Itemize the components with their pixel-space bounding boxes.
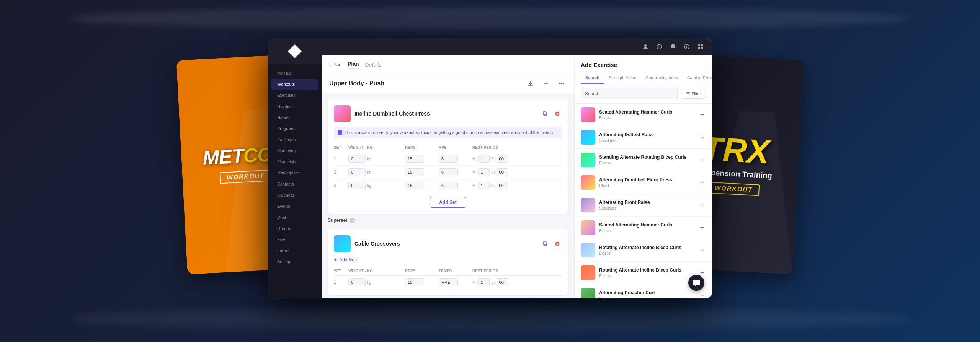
tab-complexity[interactable]: Complexity Index [641,72,682,84]
sidebar-item-exercises[interactable]: Exercises [271,90,318,101]
exercise-list-item[interactable]: Rotating Alternate Incline Bicep Curls B… [575,239,712,262]
set-1-weight-input[interactable] [348,155,366,163]
add-note-row[interactable]: + Add Note [334,257,562,263]
more-icon[interactable] [556,78,567,89]
ex-cat-9: Biceps [599,296,694,298]
set-1-reps-input[interactable] [405,155,424,163]
topbar: ? [322,38,712,55]
ex-thumb-4 [581,175,595,190]
sidebar-item-events[interactable]: Events [271,201,318,212]
exercise-1-delete-icon[interactable] [553,109,562,118]
set-3-reps-input[interactable] [405,182,424,189]
set-3-rest-m-input[interactable] [478,182,490,189]
exercise-list-item[interactable]: Standing Alternate Rotating Bicep Curls … [575,149,712,171]
sidebar-item-packages[interactable]: Packages [271,134,318,145]
exercise-search-input[interactable] [581,88,678,99]
expand-icon[interactable] [541,78,551,89]
sidebar-item-programs[interactable]: Programs [271,123,318,134]
exercise-1-block: Incline Dumbbell Chest Press Thi [328,99,568,214]
set-2-weight-input[interactable] [348,168,366,176]
sidebar-item-calendar[interactable]: Calendar [271,190,318,200]
exercise-2-copy-icon[interactable] [541,239,550,248]
exercise-1-thumbnail [334,105,351,122]
sidebar-item-marketing[interactable]: Marketing [271,145,318,156]
ex2-set-1-reps-input[interactable] [405,278,424,286]
ex2-rest-m-input[interactable] [478,278,490,286]
tab-details[interactable]: Details [365,62,382,68]
set-3-rest-s-input[interactable] [497,182,508,189]
tab-strength-video[interactable]: Strength Video [604,72,641,84]
exercise-list-item[interactable]: Alternating Front Raise Shoulders + [575,194,712,217]
set-1-rest-m-input[interactable] [478,155,490,163]
set-1-weight-unit: kg [367,157,371,161]
question-icon[interactable]: ? [655,43,663,50]
sidebar-item-contacts[interactable]: Contacts [271,179,318,189]
ex-info-6: Seated Alternating Hammer Curls Biceps [599,222,694,233]
exercise-list-item[interactable]: Seated Alternating Hammer Curls Biceps + [575,217,712,239]
tab-catalog[interactable]: Catalog/Filters [683,72,712,84]
sidebar-item-files[interactable]: Files [271,234,318,245]
ex-add-5[interactable]: + [698,201,706,209]
set-2-rpe-input[interactable] [439,168,458,176]
person-icon[interactable] [642,43,649,50]
grid-icon[interactable] [697,43,704,50]
exercise-list-item[interactable]: Alternating Deltoid Raise Shoulders + [575,126,712,149]
svg-point-5 [687,48,687,48]
set-1-rest-s-input[interactable] [497,155,508,163]
ex-cat-7: Biceps [599,251,694,256]
ex-add-1[interactable]: + [698,111,706,119]
sidebar-item-myhub[interactable]: My Hub [271,68,318,78]
workout-editor: ‹ Plan Plan Details Upper Body - Push [322,55,574,298]
download-icon[interactable] [525,78,536,89]
alert-icon[interactable] [683,43,691,50]
superset-info-icon[interactable]: i [350,218,355,223]
sidebar-item-groups[interactable]: Groups [271,223,318,234]
back-button[interactable]: ‹ Plan [329,62,341,67]
sidebar-item-habits[interactable]: Habits [271,112,318,123]
ex2-rest-s-input[interactable] [497,278,508,286]
add-set-button[interactable]: Add Set [430,197,466,208]
filter-button[interactable]: Filter [681,89,706,99]
sidebar-item-settings[interactable]: Settings [271,256,318,267]
exercise-2-delete-icon[interactable] [553,239,562,248]
bell-icon[interactable] [669,43,677,50]
ex-add-4[interactable]: + [698,179,706,186]
tab-search[interactable]: Search [581,72,604,84]
set-3-weight-input[interactable] [348,182,366,189]
ex-add-9[interactable]: + [698,292,706,298]
ex2-set-1-tempo-input[interactable] [439,278,458,286]
exercise-1-name: Incline Dumbbell Chest Press [354,111,537,117]
logo-icon [288,44,302,58]
sidebar-item-marketplace[interactable]: Marketplace [271,168,318,178]
warmup-checkbox[interactable] [338,130,342,135]
set-2-reps-input[interactable] [405,168,424,176]
ex-name-5: Alternating Front Raise [599,200,694,206]
ex2-set-1-weight-input[interactable] [348,278,366,286]
sidebar-item-workouts[interactable]: Workouts [271,79,318,90]
exercise-list-item[interactable]: Seated Alternating Hammer Curls Biceps + [575,104,712,126]
set-1-rpe-input[interactable] [439,155,458,163]
back-arrow-icon: ‹ [329,62,331,67]
ex-add-3[interactable]: + [698,156,706,164]
main-content: ? ‹ Plan Plan [322,38,712,298]
ex-cat-6: Biceps [599,229,694,233]
exercise-2-name: Cable Crossovers [354,241,537,247]
set-row-1: 1 kg M: S: [334,152,562,166]
ex-add-7[interactable]: + [698,246,706,254]
sidebar-item-nutrition[interactable]: Nutrition [271,101,318,112]
exercise-list-item[interactable]: Alternating Dumbbell Floor Press Chest + [575,171,712,194]
set-3-rpe-input[interactable] [439,182,458,189]
set-2-rest-s-input[interactable] [497,168,508,176]
set-2-rest-m-input[interactable] [478,168,490,176]
editor-header: ‹ Plan Plan Details [322,55,574,74]
ex2-rest-label-m: M: [472,280,477,285]
sidebar-item-forms[interactable]: Forms [271,245,318,256]
exercise-1-copy-icon[interactable] [541,109,550,118]
tab-plan[interactable]: Plan [348,61,359,68]
sidebar-item-financials[interactable]: Financials [271,156,318,167]
ex-add-2[interactable]: + [698,134,706,141]
ex-add-6[interactable]: + [698,224,706,231]
ex-name-6: Seated Alternating Hammer Curls [599,222,694,228]
chat-bubble-button[interactable] [688,275,704,291]
sidebar-item-chat[interactable]: Chat [271,212,318,223]
